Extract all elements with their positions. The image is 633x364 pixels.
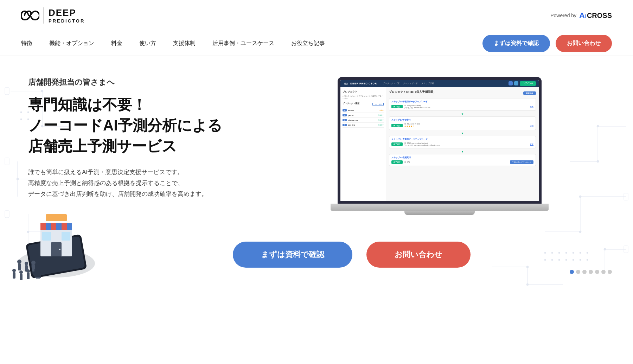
screen-download-btn: 予測結果をダウンロード (510, 160, 533, 164)
screen-step4-content: 終了完了 ID: 576 予測結果をダウンロード (391, 160, 533, 164)
aicross-logo: AI CROSS (579, 11, 612, 20)
nav-support[interactable]: 支援体制 (173, 40, 196, 47)
screen-project-item-2: AI gender 予測完了 (343, 113, 384, 118)
screen-step2-info: ID: 461 +スコア.xlsx ★★★★☆ (404, 123, 529, 128)
screen-logo: DEEP PREDICTOR (343, 82, 377, 85)
screen-step1-content: 終了完了 ID: 325 (income-train) ファイル名: incom… (391, 104, 533, 109)
screen-step2-stars: ★★★★☆ (404, 125, 529, 128)
screen-project-list: プロジェクト履歴 リスト表示 AI income 未実行 (343, 102, 384, 128)
svg-rect-65 (42, 232, 51, 241)
laptop-base (331, 204, 549, 211)
hero-right: DEEP PREDICTOR プロジェクト一覧 ダッシュボード ステップ詳細 ロ… (274, 77, 605, 217)
screen-step2-link: 詳細 (530, 124, 533, 127)
screen-list-btn: リスト表示 (372, 103, 384, 106)
hero-title-line1: 専門知識は不要！ (28, 95, 274, 115)
screen-step3-content: 終了完了 ID: 325 (income-classification) ファイ… (391, 142, 533, 146)
screen-sidebar-sub: お気に入りのカードでプロジェクトの概要をご覧ください (343, 95, 384, 99)
screen-arrow-2: ▼ (389, 132, 536, 135)
svg-rect-73 (32, 264, 35, 272)
hero-title: 専門知識は不要！ ノーコードAI予測分析による 店舗売上予測サービス (28, 95, 274, 157)
screen-main-title: プロジェクトID: 38（収入予測問題） (389, 90, 436, 94)
hero-subtitle: 店舗開発担当の皆さまへ (28, 77, 274, 88)
screen-step4-info: ID: 576 (404, 161, 509, 163)
screen-step4-btn: 終了完了 (391, 160, 403, 164)
screen-icon-1 (509, 81, 513, 85)
logo-text: DEEP PREDICTOR (44, 7, 85, 24)
svg-point-76 (19, 270, 23, 274)
pagination-dot-7[interactable] (608, 270, 612, 274)
screen-step3-title: ステップ3: 予測用データアップロード (391, 138, 533, 141)
pagination-dot-5[interactable] (595, 270, 599, 274)
nav-functions[interactable]: 機能・オプション (49, 40, 94, 47)
powered-by-text: Powered by (550, 13, 576, 18)
screen-body: プロジェクト お気に入りのカードでプロジェクトの概要をご覧ください プロジェクト… (340, 87, 539, 201)
screen-step1-info: ID: 325 (income-train) ファイル名: income-dat… (404, 104, 529, 109)
svg-rect-80 (34, 269, 41, 277)
screen-login-btn: ログイン中 (520, 81, 536, 86)
screen-header: DEEP PREDICTOR プロジェクト一覧 ダッシュボード ステップ詳細 ロ… (340, 80, 539, 87)
screen-sidebar-title: プロジェクト (343, 90, 384, 94)
nav-contact-button[interactable]: お問い合わせ (556, 35, 612, 52)
nav-links: 特徴 機能・オプション 料金 使い方 支援体制 活用事例・ユースケース お役立ち… (21, 40, 325, 47)
svg-rect-79 (27, 273, 30, 279)
hero-document-button[interactable]: まずは資料で確認 (233, 242, 352, 268)
nav-pricing[interactable]: 料金 (111, 40, 122, 47)
screen-nav-item-2: ダッシュボード (403, 82, 418, 85)
logo-deep: DEEP (49, 7, 85, 18)
hero-title-line3: 店舗売上予測サービス (28, 136, 274, 157)
screen-nav-item-3: ステップ詳細 (421, 82, 434, 85)
pagination-dot-2[interactable] (576, 270, 580, 274)
screen-project-status-2: 予測完了 (378, 114, 384, 116)
svg-rect-60 (40, 223, 46, 230)
screen-logo-text: DEEP PREDICTOR (350, 82, 377, 85)
screen-project-name-3: abalone new (348, 119, 358, 121)
hero-section: 店舗開発担当の皆さまへ 専門知識は不要！ ノーコードAI予測分析による 店舗売上… (0, 56, 633, 302)
screen-icon-2 (514, 81, 518, 85)
nav-document-button[interactable]: まずは資料で確認 (482, 35, 550, 52)
nav-articles[interactable]: お役立ち記事 (291, 40, 325, 47)
svg-point-70 (25, 262, 28, 265)
screen-step-2: ステップ2: 学習実行 終了完了 ID: 461 +スコア.xlsx ★★★★☆… (389, 116, 536, 130)
nav-cases[interactable]: 活用事例・ユースケース (212, 40, 274, 47)
aicross-cross-part: CROSS (587, 12, 612, 20)
screen-step2-btn: 終了完了 (391, 124, 403, 127)
hero-title-line2: ノーコードAI予測分析による (28, 115, 274, 136)
screen-project-list-title: プロジェクト履歴 (343, 102, 359, 105)
logo-infinity-icon (21, 6, 39, 25)
screen-step2-content: 終了完了 ID: 461 +スコア.xlsx ★★★★☆ 詳細 (391, 123, 533, 128)
hero-contact-button[interactable]: お問い合わせ (366, 242, 471, 268)
svg-rect-69 (18, 263, 21, 270)
pagination-dots (570, 270, 612, 274)
screen-project-status-1: 未実行 (379, 109, 384, 111)
header: DEEP PREDICTOR Powered by AI CROSS (0, 0, 633, 31)
svg-point-68 (17, 260, 21, 264)
screen-project-name-2: gender (348, 114, 354, 116)
svg-point-74 (12, 269, 16, 272)
svg-rect-77 (20, 274, 23, 280)
powered-by: Powered by AI CROSS (550, 11, 612, 20)
screen-project-name-1: income (348, 109, 354, 111)
screen-project-badge-3: AI (343, 119, 347, 121)
screen-nav-item-1: プロジェクト一覧 (383, 82, 399, 85)
screen-project-status-4: 予測完了 (378, 124, 384, 126)
nav-buttons: まずは資料で確認 お問い合わせ (482, 35, 612, 52)
screen-main: プロジェクトID: 38（収入予測問題） 新規登録 ステップ1: 学習用データア… (386, 87, 539, 201)
hero-desc-line2: 高精度な売上予測と納得感のある根拠を提示することで、 (28, 178, 274, 189)
screen-step3-btn: 終了完了 (391, 142, 403, 146)
svg-point-78 (26, 269, 30, 273)
svg-rect-62 (62, 223, 67, 230)
screen-project-name-4: 収入予測 (348, 124, 355, 126)
logo-predictor: PREDICTOR (49, 18, 85, 24)
screen-step-4: ステップ4: 予測実行 終了完了 ID: 576 予測結果をダウンロード (389, 154, 536, 166)
screen-action-btn: 新規登録 (523, 91, 536, 95)
nav-features[interactable]: 特徴 (21, 40, 32, 47)
screen-step2-title: ステップ2: 学習実行 (391, 119, 533, 122)
pagination-dot-4[interactable] (589, 270, 593, 274)
pagination-dot-1[interactable] (570, 270, 574, 274)
screen-project-badge-2: AI (343, 114, 347, 116)
screen-project-item-3: AI abalone new 予測完了 (343, 118, 384, 123)
pagination-dot-3[interactable] (582, 270, 587, 274)
screen-nav-items: プロジェクト一覧 ダッシュボード ステップ詳細 (383, 82, 434, 85)
nav-how-to-use[interactable]: 使い方 (139, 40, 156, 47)
pagination-dot-6[interactable] (601, 270, 606, 274)
